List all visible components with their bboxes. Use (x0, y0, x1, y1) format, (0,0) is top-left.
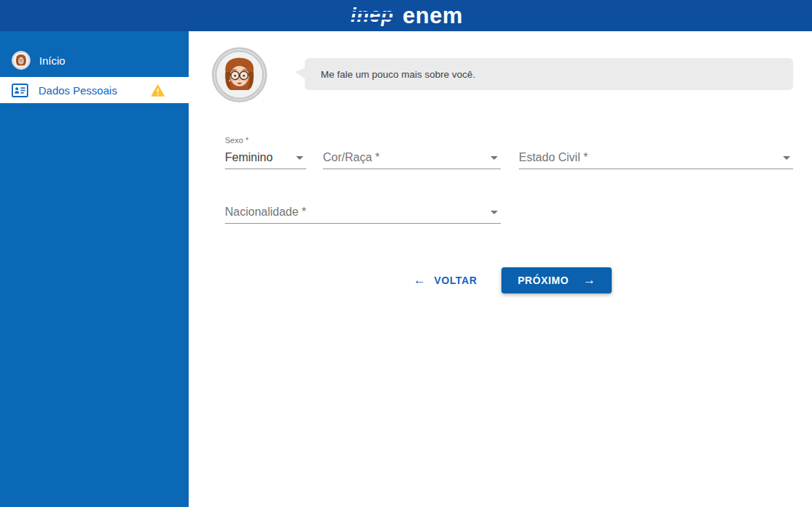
next-arrow-icon: → (583, 273, 596, 288)
personal-data-form: Sexo * Feminino Cor/Raça * Estado Civil … (189, 102, 812, 293)
assistant-message-row: Me fale um pouco mais sobre você. (189, 31, 812, 102)
sexo-value: Feminino (225, 151, 273, 164)
dropdown-arrow-icon[interactable] (296, 156, 303, 160)
sidebar-item-inicio[interactable]: Início (0, 48, 189, 73)
assistant-message: Me fale um pouco mais sobre você. (305, 58, 793, 90)
nacionalidade-label: Nacionalidade * (225, 206, 306, 219)
cor-raca-select[interactable]: Cor/Raça * (323, 148, 501, 169)
form-actions: ← VOLTAR PRÓXIMO → (225, 267, 793, 293)
inep-logo-text: inep (349, 6, 395, 25)
voltar-button[interactable]: ← VOLTAR (406, 267, 485, 293)
contact-card-icon (12, 83, 30, 98)
proximo-button-label: PRÓXIMO (517, 275, 568, 286)
estado-civil-label: Estado Civil * (519, 151, 588, 164)
main-content: Me fale um pouco mais sobre você. Sexo *… (189, 31, 812, 507)
sidebar-item-label: Início (39, 54, 65, 67)
dropdown-arrow-icon[interactable] (491, 211, 498, 214)
enem-logo-text: enem (403, 4, 463, 27)
cor-raca-label: Cor/Raça * (323, 151, 380, 164)
sidebar-item-dados-pessoais[interactable]: Dados Pessoais (0, 77, 189, 103)
dropdown-arrow-icon[interactable] (783, 156, 790, 160)
sidebar-item-label: Dados Pessoais (38, 84, 117, 97)
speech-bubble: Me fale um pouco mais sobre você. (305, 58, 793, 90)
speech-bubble-tail (295, 68, 305, 79)
sexo-select[interactable]: Sexo * Feminino (225, 136, 306, 169)
dropdown-arrow-icon[interactable] (491, 156, 498, 160)
voltar-button-label: VOLTAR (434, 275, 477, 286)
assistant-avatar (212, 47, 267, 102)
sidebar-nav: Início Dados Pessoais (0, 31, 189, 507)
estado-civil-select[interactable]: Estado Civil * (519, 148, 793, 169)
sexo-label: Sexo * (225, 136, 306, 145)
proximo-button[interactable]: PRÓXIMO → (501, 267, 612, 293)
app-header: inep enem (0, 0, 812, 31)
warning-icon (150, 84, 165, 97)
back-arrow-icon: ← (414, 273, 427, 288)
nacionalidade-select[interactable]: Nacionalidade * (225, 203, 501, 224)
inep-enem-logo: inep enem (349, 4, 463, 27)
user-avatar-icon (12, 51, 30, 70)
